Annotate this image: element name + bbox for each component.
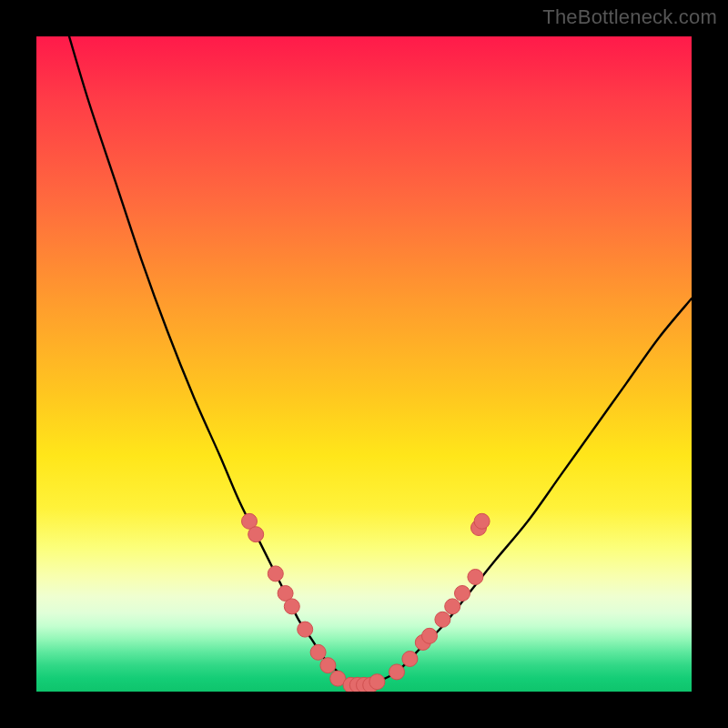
data-marker <box>422 628 438 643</box>
data-marker <box>284 599 299 614</box>
data-marker <box>435 612 450 627</box>
plot-area <box>36 36 692 692</box>
data-marker <box>445 599 460 614</box>
data-marker <box>474 513 490 529</box>
data-marker <box>455 586 470 602</box>
data-marker <box>369 674 385 690</box>
data-marker <box>468 570 483 585</box>
chart-svg <box>36 36 692 692</box>
data-marker <box>310 644 326 660</box>
watermark-text: TheBottleneck.com <box>542 5 717 29</box>
chart-frame: TheBottleneck.com <box>0 0 728 728</box>
data-marker <box>268 566 283 581</box>
data-markers <box>242 513 490 692</box>
data-marker <box>389 664 405 680</box>
data-marker <box>248 527 264 542</box>
bottleneck-curve <box>69 36 692 685</box>
data-marker <box>402 652 418 667</box>
data-marker <box>320 658 336 673</box>
data-marker <box>298 622 313 637</box>
